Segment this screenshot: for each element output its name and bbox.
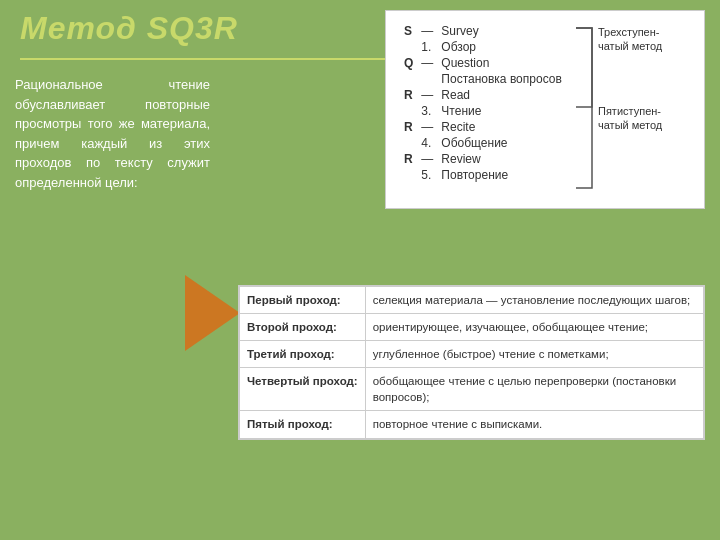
pass-row-4: Четвертый проход:обобщающее чтение с цел… (240, 368, 704, 411)
sqr-row-s: S — Survey (400, 23, 574, 39)
pass-desc-2: ориентирующее, изучающее, обобщающее чте… (365, 314, 703, 341)
sqr-row-1: 1. Обзор (400, 39, 574, 55)
pass-name-1: Первый проход: (240, 287, 366, 314)
pass-row-2: Второй проход:ориентирующее, изучающее, … (240, 314, 704, 341)
passes-card: Первый проход:селекция материала — устан… (238, 285, 705, 440)
pass-row-3: Третий проход:углубленное (быстрое) чтен… (240, 341, 704, 368)
sqr-row-r2: R — Recite (400, 119, 574, 135)
sqr-row-q2: Постановка вопросов (400, 71, 574, 87)
sqr-row-r3: R — Review (400, 151, 574, 167)
pass-desc-3: углубленное (быстрое) чтение с пометками… (365, 341, 703, 368)
left-description: Рациональное чтение обуславливает повтор… (15, 75, 210, 192)
sqr-row-4: 4. Обобщение (400, 135, 574, 151)
pass-row-5: Пятый проход:повторное чтение с выпискам… (240, 411, 704, 438)
arrow-icon (185, 275, 240, 351)
pass-desc-4: обобщающее чтение с целью перепроверки (… (365, 368, 703, 411)
page-title: Метод SQ3R (20, 10, 238, 47)
brackets-svg (574, 23, 596, 193)
pass-name-2: Второй проход: (240, 314, 366, 341)
sqr-card: S — Survey 1. Обзор Q — (385, 10, 705, 209)
five-step-label: Пятиступен- чатый метод (598, 104, 690, 133)
sqr-row-q: Q — Question (400, 55, 574, 71)
sqr-row-r1: R — Read (400, 87, 574, 103)
pass-desc-5: повторное чтение с выписками. (365, 411, 703, 438)
sqr-row-3: 3. Чтение (400, 103, 574, 119)
sqr-row-5: 5. Повторение (400, 167, 574, 183)
pass-name-4: Четвертый проход: (240, 368, 366, 411)
three-step-label: Трехступен- чатый метод (598, 25, 690, 54)
pass-desc-1: селекция материала — установление послед… (365, 287, 703, 314)
pass-row-1: Первый проход:селекция материала — устан… (240, 287, 704, 314)
pass-name-5: Пятый проход: (240, 411, 366, 438)
pass-name-3: Третий проход: (240, 341, 366, 368)
